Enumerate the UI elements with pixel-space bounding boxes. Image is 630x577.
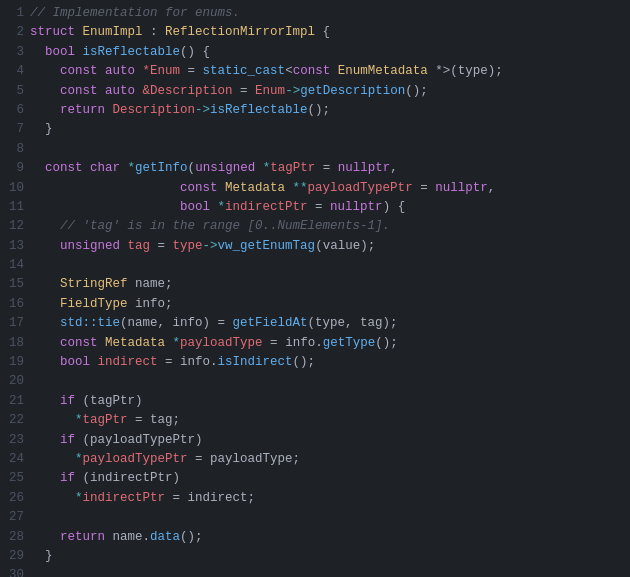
code-line: return Description->isReflectable(); (30, 101, 620, 120)
token-c-plain (135, 64, 143, 78)
token-c-param: indirectPtr (225, 200, 308, 214)
token-c-plain: (value); (315, 239, 375, 253)
token-c-plain: = tag; (128, 413, 181, 427)
token-c-plain: } (30, 549, 53, 563)
line-number: 10 (6, 179, 24, 198)
token-c-keyword: const (293, 64, 331, 78)
token-c-plain: (tagPtr) (75, 394, 143, 408)
line-number: 1 (6, 4, 24, 23)
token-c-plain (30, 316, 60, 330)
token-c-type: ReflectionMirrorImpl (165, 25, 315, 39)
token-c-param: payloadTypePtr (308, 181, 413, 195)
code-content: // Implementation for enums.struct EnumI… (30, 4, 630, 577)
token-c-type: Metadata (105, 336, 165, 350)
token-c-plain (30, 64, 60, 78)
code-line (30, 508, 620, 527)
line-number: 3 (6, 43, 24, 62)
code-line: bool indirect = info.isIndirect(); (30, 353, 620, 372)
token-c-plain: ( (188, 161, 196, 175)
code-line: if (payloadTypePtr) (30, 431, 620, 450)
token-c-plain: } (30, 122, 53, 136)
token-c-plain (75, 25, 83, 39)
code-line (30, 140, 620, 159)
line-number: 18 (6, 334, 24, 353)
token-c-keyword: char (90, 161, 120, 175)
token-c-plain: = (180, 64, 203, 78)
line-number: 28 (6, 528, 24, 547)
token-c-plain (165, 336, 173, 350)
token-c-plain: (); (375, 336, 398, 350)
token-c-keyword: if (60, 433, 75, 447)
token-c-plain: ) { (383, 200, 406, 214)
line-number: 23 (6, 431, 24, 450)
token-c-plain (30, 45, 45, 59)
token-c-comment: // 'tag' is in the range [0..NumElements… (60, 219, 390, 233)
code-line: // 'tag' is in the range [0..NumElements… (30, 217, 620, 236)
token-c-plain: info. (180, 355, 218, 369)
token-c-func: isReflectable (83, 45, 181, 59)
line-number: 17 (6, 314, 24, 333)
token-c-plain: = (315, 161, 338, 175)
code-line: const Metadata *payloadType = info.getTy… (30, 334, 620, 353)
code-line: return name.data(); (30, 528, 620, 547)
token-c-plain: (); (180, 530, 203, 544)
token-c-plain (120, 161, 128, 175)
code-line: bool isReflectable() { (30, 43, 620, 62)
token-c-plain (255, 161, 263, 175)
token-c-plain: { (315, 25, 330, 39)
token-c-plain: = (263, 336, 286, 350)
token-c-param: &Description (143, 84, 233, 98)
token-c-plain: info. (285, 336, 323, 350)
token-c-arrow: -> (285, 84, 300, 98)
token-c-plain: = (158, 355, 181, 369)
token-c-type: EnumImpl (83, 25, 143, 39)
token-c-op: * (75, 452, 83, 466)
token-c-plain: (type, tag); (308, 316, 398, 330)
token-c-plain (98, 64, 106, 78)
token-c-plain (30, 394, 60, 408)
code-line: unsigned tag = type->vw_getEnumTag(value… (30, 237, 620, 256)
token-c-plain: = (233, 84, 256, 98)
code-line: bool *indirectPtr = nullptr) { (30, 198, 620, 217)
code-line: *payloadTypePtr = payloadType; (30, 450, 620, 469)
token-c-plain (30, 297, 60, 311)
token-c-keyword: unsigned (60, 239, 120, 253)
token-c-arrow: -> (203, 239, 218, 253)
line-number: 13 (6, 237, 24, 256)
line-number: 15 (6, 275, 24, 294)
code-line: const Metadata **payloadTypePtr = nullpt… (30, 179, 620, 198)
token-c-plain (98, 336, 106, 350)
token-c-keyword: const (60, 336, 98, 350)
token-c-plain: , (488, 181, 496, 195)
token-c-param: *Enum (143, 64, 181, 78)
token-c-keyword: nullptr (330, 200, 383, 214)
line-number: 22 (6, 411, 24, 430)
code-line: } (30, 547, 620, 566)
line-number: 4 (6, 62, 24, 81)
token-c-keyword: unsigned (195, 161, 255, 175)
token-c-plain (30, 239, 60, 253)
token-c-keyword: const (60, 64, 98, 78)
code-line: const char *getInfo(unsigned *tagPtr = n… (30, 159, 620, 178)
line-number: 5 (6, 82, 24, 101)
line-numbers: 1234567891011121314151617181920212223242… (0, 4, 30, 577)
line-number: 25 (6, 469, 24, 488)
token-c-plain (285, 181, 293, 195)
line-number: 26 (6, 489, 24, 508)
token-c-plain (30, 219, 60, 233)
token-c-param: type (173, 239, 203, 253)
token-c-arrow: -> (195, 103, 210, 117)
token-c-op: * (128, 161, 136, 175)
code-line: const auto *Enum = static_cast<const Enu… (30, 62, 620, 81)
line-number: 21 (6, 392, 24, 411)
token-c-param: indirectPtr (83, 491, 166, 505)
token-c-plain: name; (128, 277, 173, 291)
token-c-func: getDescription (300, 84, 405, 98)
token-c-func: getInfo (135, 161, 188, 175)
token-c-op: * (218, 200, 226, 214)
token-c-plain (30, 181, 180, 195)
token-c-keyword: if (60, 394, 75, 408)
token-c-param: Description (113, 103, 196, 117)
token-c-keyword: nullptr (338, 161, 391, 175)
token-c-func: getType (323, 336, 376, 350)
